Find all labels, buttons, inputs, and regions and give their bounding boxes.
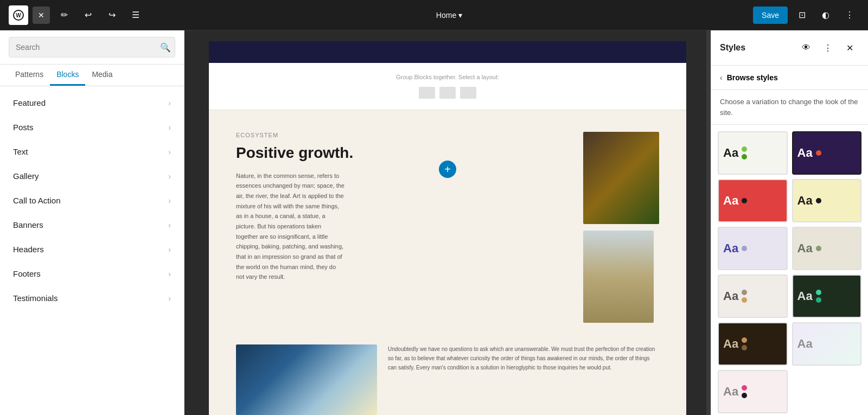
tab-blocks[interactable]: Blocks xyxy=(50,65,85,86)
topbar-left: W ✕ ✏ ↩ ↪ ☰ xyxy=(9,5,145,25)
group-blocks-area: Group Blocks together. Select a layout: xyxy=(209,63,686,110)
styles-header: Styles 👁 ⋮ ✕ xyxy=(711,30,868,66)
layout-options xyxy=(419,87,476,99)
styles-more-button[interactable]: ⋮ xyxy=(818,38,838,58)
style-card-yellow[interactable]: Aa xyxy=(792,179,862,222)
style-card-warm-gray[interactable]: Aa xyxy=(718,274,788,318)
tab-patterns[interactable]: Patterns xyxy=(9,65,50,86)
layout-option-1[interactable] xyxy=(419,87,435,99)
article-body: Nature, in the common sense, refers to e… xyxy=(236,171,344,283)
style-card-default[interactable]: Aa xyxy=(718,131,788,175)
style-card-pink-light[interactable]: Aa xyxy=(718,370,788,413)
article-title: Positive growth. xyxy=(236,144,567,162)
topbar-right: Save ⊡ ◐ ⋮ xyxy=(753,5,859,25)
browse-header: ‹ Browse styles xyxy=(711,66,868,90)
chevron-right-icon: › xyxy=(168,221,171,229)
wp-logo[interactable]: W xyxy=(9,5,28,25)
list-item-gallery[interactable]: Gallery › xyxy=(0,164,184,188)
style-card-lavender[interactable]: Aa xyxy=(718,227,788,270)
topbar: W ✕ ✏ ↩ ↪ ☰ Home ▾ Save ⊡ ◐ ⋮ xyxy=(0,0,868,30)
list-item-text[interactable]: Text › xyxy=(0,139,184,164)
eye-icon: 👁 xyxy=(802,43,810,53)
split-view-button[interactable]: ⊡ xyxy=(792,5,812,25)
list-item-footers[interactable]: Footers › xyxy=(0,261,184,286)
chevron-right-icon: › xyxy=(168,245,171,254)
edit-icon-button[interactable]: ✏ xyxy=(54,5,74,25)
chevron-right-icon: › xyxy=(168,294,171,303)
pattern-list: Featured › Posts › Text › Gallery › Call… xyxy=(0,86,184,415)
left-panel: 🔍 Patterns Blocks Media Featured › Posts… xyxy=(0,30,184,415)
page-header-bar xyxy=(209,41,686,63)
style-card-red[interactable]: Aa xyxy=(718,179,788,222)
layout-option-3[interactable] xyxy=(460,87,476,99)
list-item-testimonials[interactable]: Testimonials › xyxy=(0,286,184,310)
article-bottom-text: Undoubtedly we have no questions to ask … xyxy=(388,344,659,415)
styles-panel: Styles 👁 ⋮ ✕ ‹ Browse styles Choose a va… xyxy=(711,30,868,415)
home-label: Home xyxy=(436,11,456,20)
home-nav-button[interactable]: Home ▾ xyxy=(436,11,462,20)
article-left: ECOSYSTEM Positive growth. Nature, in th… xyxy=(236,132,567,323)
canvas-scrollbar[interactable] xyxy=(706,30,711,415)
close-button[interactable]: ✕ xyxy=(33,7,50,24)
home-chevron-icon: ▾ xyxy=(458,11,462,20)
browse-title: Browse styles xyxy=(727,73,778,82)
main-layout: 🔍 Patterns Blocks Media Featured › Posts… xyxy=(0,30,868,415)
styles-preview-button[interactable]: 👁 xyxy=(796,38,816,58)
windmill-image xyxy=(583,231,654,323)
style-card-pastel[interactable]: Aa xyxy=(792,322,862,366)
tab-media[interactable]: Media xyxy=(85,65,119,86)
save-button[interactable]: Save xyxy=(753,7,788,24)
tabs-bar: Patterns Blocks Media xyxy=(0,65,184,86)
undo-button[interactable]: ↩ xyxy=(78,5,98,25)
coastal-image xyxy=(236,344,377,415)
style-card-dark-green[interactable]: Aa xyxy=(792,274,862,318)
chevron-right-icon: › xyxy=(168,270,171,278)
list-item-featured[interactable]: Featured › xyxy=(0,91,184,115)
styles-actions: 👁 ⋮ ✕ xyxy=(796,38,859,58)
article-right xyxy=(583,132,659,323)
list-item-cta[interactable]: Call to Action › xyxy=(0,188,184,213)
article-bottom: Undoubtedly we have no questions to ask … xyxy=(209,344,686,415)
layout-option-2[interactable] xyxy=(439,87,456,99)
chevron-right-icon: › xyxy=(168,172,171,181)
redo-button[interactable]: ↪ xyxy=(102,5,122,25)
topbar-center: Home ▾ xyxy=(436,11,462,20)
search-area: 🔍 xyxy=(0,30,184,65)
search-input[interactable] xyxy=(9,37,175,58)
chevron-right-icon: › xyxy=(168,196,171,205)
styles-description: Choose a variation to change the look of… xyxy=(711,90,868,125)
chevron-right-icon: › xyxy=(168,123,171,132)
canvas-frame: Group Blocks together. Select a layout: … xyxy=(209,41,686,415)
svg-text:W: W xyxy=(16,12,21,18)
forest-image xyxy=(583,132,659,224)
styles-title: Styles xyxy=(720,43,745,53)
search-icon-button[interactable]: 🔍 xyxy=(160,42,171,53)
search-input-wrap: 🔍 xyxy=(9,37,175,58)
styles-close-button[interactable]: ✕ xyxy=(840,38,859,58)
canvas-area[interactable]: Group Blocks together. Select a layout: … xyxy=(184,30,711,415)
style-card-dark-brown[interactable]: Aa xyxy=(718,322,788,366)
list-item-headers[interactable]: Headers › xyxy=(0,237,184,261)
add-block-button[interactable]: + xyxy=(439,161,456,178)
style-card-purple[interactable]: Aa xyxy=(792,131,862,175)
list-view-button[interactable]: ☰ xyxy=(126,5,145,25)
article-section: ECOSYSTEM Positive growth. Nature, in th… xyxy=(209,110,686,344)
contrast-button[interactable]: ◐ xyxy=(816,5,835,25)
article-tag: ECOSYSTEM xyxy=(236,132,567,138)
group-blocks-text: Group Blocks together. Select a layout: xyxy=(396,74,499,80)
more-options-button[interactable]: ⋮ xyxy=(840,5,859,25)
list-item-posts[interactable]: Posts › xyxy=(0,115,184,139)
chevron-right-icon: › xyxy=(168,99,171,107)
styles-grid: Aa Aa Aa xyxy=(711,125,868,415)
list-item-banners[interactable]: Banners › xyxy=(0,213,184,237)
chevron-right-icon: › xyxy=(168,148,171,156)
back-button[interactable]: ‹ xyxy=(720,73,723,82)
style-card-sage[interactable]: Aa xyxy=(792,227,862,270)
